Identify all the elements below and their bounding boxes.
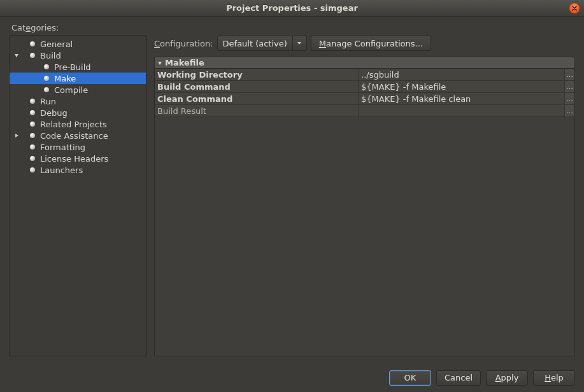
configuration-label-ul: C [154,39,160,48]
tree-item-label: License Headers [40,154,108,164]
configuration-row: Configuration: Default (active) Manage C… [154,35,575,52]
help-ul: H [545,373,551,382]
bullet-icon [30,41,35,46]
categories-label-pre: Cat [11,23,25,32]
chevron-down-icon[interactable] [12,51,21,60]
ellipsis-button[interactable]: … [564,81,574,92]
tree-item-related-projects[interactable]: Related Projects [10,118,146,130]
tree-item-label: Pre-Build [54,62,91,72]
tree-item-debug[interactable]: Debug [10,107,146,118]
tree-item-run[interactable]: Run [10,95,146,107]
tree-item-compile[interactable]: Compile [10,84,146,95]
cancel-button[interactable]: Cancel [436,370,481,386]
tree-item-label: Debug [40,108,68,118]
prop-working-directory[interactable]: Working Directory ../sgbuild … [155,69,574,81]
tree-item-make[interactable]: Make [10,73,146,84]
bullet-icon [30,144,35,150]
help-rest: elp [551,373,564,382]
chevron-down-icon [156,60,164,66]
categories-tree[interactable]: General Build Pre-Build Make [9,35,146,356]
section-makefile[interactable]: Makefile [155,57,574,69]
prop-key: Working Directory [155,69,359,80]
properties-grid: Makefile Working Directory ../sgbuild … … [154,57,575,356]
chevron-down-icon [297,41,302,46]
dialog-content: Categories: General Build [0,17,584,363]
tree-item-pre-build[interactable]: Pre-Build [10,61,146,73]
bullet-icon [30,167,35,172]
help-button[interactable]: Help [533,370,575,386]
tree-item-launchers[interactable]: Launchers [10,164,146,176]
ellipsis-button[interactable]: … [564,93,574,104]
body-row: General Build Pre-Build Make [9,35,575,356]
categories-label: Categories: [11,23,575,32]
prop-key: Build Result [155,105,359,116]
categories-label-ul: e [25,23,31,32]
bullet-icon [30,122,35,127]
tree-item-label: Run [40,97,56,106]
tree-item-formatting[interactable]: Formatting [10,141,146,153]
bullet-icon [30,156,35,161]
prop-value[interactable]: ${MAKE} -f Makefile [359,81,564,92]
prop-key: Build Command [155,81,359,92]
tree-item-label: Build [40,51,61,60]
apply-button[interactable]: Apply [486,370,528,386]
bullet-icon [44,87,49,92]
configuration-label-rest: onfiguration: [160,39,213,48]
configuration-selected: Default (active) [218,36,292,50]
bullet-icon [30,99,35,104]
tree-item-label: Compile [54,85,88,95]
prop-key: Clean Command [155,93,359,104]
section-title: Makefile [165,58,204,67]
chevron-right-icon[interactable] [12,131,21,140]
prop-build-command[interactable]: Build Command ${MAKE} -f Makefile … [155,81,574,93]
manage-configurations-ul: M [319,39,326,48]
prop-clean-command[interactable]: Clean Command ${MAKE} -f Makefile clean … [155,93,574,105]
tree-item-license-headers[interactable]: License Headers [10,153,146,164]
close-icon [572,6,577,11]
configuration-label: Configuration: [154,39,213,48]
close-button[interactable] [569,3,580,14]
tree-item-label: Formatting [40,143,85,152]
prop-value[interactable]: ../sgbuild [359,69,564,80]
bullet-icon [30,133,35,138]
ellipsis-button[interactable]: … [564,69,574,80]
right-panel: Configuration: Default (active) Manage C… [154,35,575,356]
apply-rest: pply [501,373,519,382]
tree-item-label: General [40,39,73,49]
bullet-icon [30,53,35,58]
tree-item-label: Code Assistance [40,131,108,141]
prop-build-result[interactable]: Build Result … [155,105,574,117]
tree-item-label: Related Projects [40,120,107,129]
tree-item-label: Launchers [40,165,83,175]
categories-label-post: gories: [31,23,59,32]
titlebar: Project Properties - simgear [0,0,584,17]
apply-ul: A [495,373,501,382]
configuration-combo[interactable]: Default (active) [217,36,307,51]
combo-dropdown-button[interactable] [292,36,306,50]
tree-item-build[interactable]: Build [10,50,146,61]
ok-button[interactable]: OK [389,370,431,386]
manage-configurations-rest: anage Configurations... [326,39,423,48]
window-title: Project Properties - simgear [0,3,584,13]
bullet-icon [44,64,49,69]
bullet-icon [30,110,35,115]
manage-configurations-button[interactable]: Manage Configurations... [311,36,431,51]
dialog-footer: OK Cancel Apply Help [0,363,584,392]
tree-item-label: Make [54,74,76,83]
tree-item-code-assistance[interactable]: Code Assistance [10,130,146,141]
prop-value[interactable]: ${MAKE} -f Makefile clean [359,93,564,104]
tree-item-general[interactable]: General [10,38,146,50]
ellipsis-button[interactable]: … [564,105,574,116]
ok-label: OK [404,373,417,382]
cancel-label: Cancel [445,373,473,382]
prop-value[interactable] [359,105,564,116]
bullet-icon [44,76,49,81]
